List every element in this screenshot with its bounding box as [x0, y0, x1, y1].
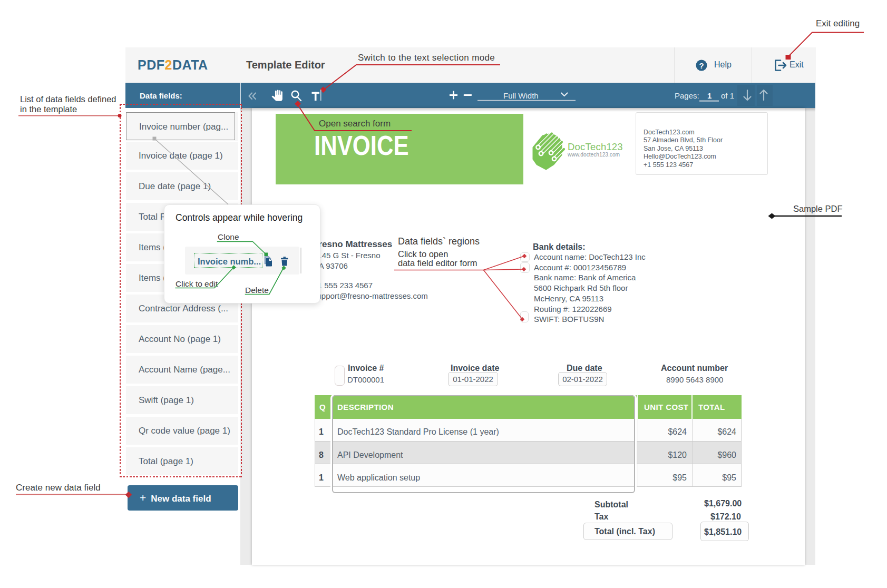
svg-text:?: ?: [699, 61, 704, 70]
svg-text:www.doctech123.com: www.doctech123.com: [567, 152, 620, 158]
svg-text:DocTech123: DocTech123: [568, 141, 623, 152]
